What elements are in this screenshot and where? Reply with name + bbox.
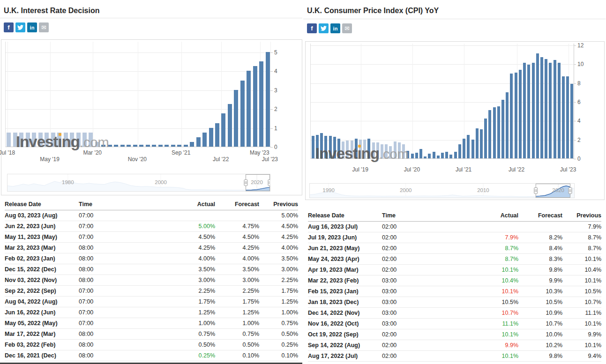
previous-cell: 7.9%: [562, 223, 601, 230]
forecast-cell: 0.50%: [215, 342, 259, 348]
x-axis-label: Jul '18: [0, 149, 15, 156]
previous-cell: 10.1%: [562, 256, 601, 262]
time-cell: 07:00: [79, 320, 170, 327]
release-date-cell: Feb 15, 2023 (Jan): [308, 288, 382, 295]
release-date-cell: Mar 23, 2023 (Mar): [5, 245, 79, 251]
bar: [476, 128, 479, 159]
bar: [240, 81, 245, 147]
column-header: Release Date: [308, 212, 382, 219]
nav-year-label: 2000: [400, 187, 412, 193]
email-icon: ✉: [41, 24, 46, 31]
bar: [488, 110, 491, 158]
linkedin-icon: in: [333, 26, 338, 31]
release-date-cell: Jan 18, 2023 (Dec): [308, 299, 382, 305]
previous-cell: 1.00%: [259, 309, 298, 316]
previous-cell: 9.9%: [562, 331, 601, 338]
actual-cell: 10.1%: [473, 267, 518, 273]
table-row: Aug 16, 2023 (Jul)02:007.9%: [308, 222, 601, 232]
nav-handle-right[interactable]: [268, 180, 270, 186]
nav-year-label: 2020: [552, 187, 564, 193]
release-date-cell: Feb 02, 2023 (Jan): [5, 255, 79, 262]
investing-watermark: Investıng.com: [315, 146, 409, 161]
previous-cell: 9.4%: [562, 353, 601, 359]
facebook-share-button[interactable]: f: [307, 23, 317, 33]
table-row: Jul 20, 2022 (Jun)02:009.4%9.3%9.1%: [308, 362, 601, 364]
y-tick-mark: [574, 121, 576, 121]
linkedin-share-button[interactable]: in: [27, 22, 37, 32]
linkedin-share-button[interactable]: in: [330, 23, 340, 33]
forecast-cell: 9.8%: [518, 267, 562, 273]
x-axis-label: May '23: [250, 149, 269, 156]
previous-cell: 8.7%: [562, 245, 601, 252]
time-cell: 07:00: [79, 212, 170, 219]
column-header: Actual: [473, 212, 518, 219]
forecast-cell: 10.7%: [518, 320, 562, 327]
actual-cell: 0.50%: [170, 342, 215, 348]
table-row: Dec 15, 2022 (Dec)08:003.50%3.50%3.00%: [5, 264, 298, 275]
watermark-i-dot: ı: [357, 145, 361, 162]
facebook-share-button[interactable]: f: [4, 22, 14, 32]
table-row: Feb 02, 2023 (Jan)08:004.00%4.00%3.50%: [5, 253, 298, 264]
twitter-share-button[interactable]: [15, 22, 25, 32]
bar: [463, 139, 465, 158]
previous-cell: 10.4%: [562, 267, 601, 273]
bar: [411, 154, 414, 158]
time-cell: 08:00: [79, 331, 170, 337]
share-buttons: f in ✉: [307, 23, 352, 33]
time-cell: 02:00: [382, 267, 473, 273]
bar: [152, 145, 156, 147]
nav-handle-left[interactable]: [244, 180, 247, 186]
actual-cell: 8.7%: [473, 245, 518, 252]
forecast-cell: 10.9%: [518, 310, 562, 316]
y-axis-label: 6: [577, 99, 581, 105]
bar: [234, 90, 238, 147]
y-axis-label: 4: [274, 68, 277, 74]
range-navigator[interactable]: 1990200020102020: [309, 183, 575, 198]
bar: [523, 63, 526, 158]
time-cell: 07:00: [79, 288, 170, 294]
x-axis-label: Jul '22: [509, 166, 524, 173]
y-axis-label: 12: [577, 43, 584, 48]
table-row: Sep 22, 2022 (Sep)07:002.25%2.25%1.75%: [5, 286, 298, 297]
table-row: Aug 04, 2022 (Aug)07:001.75%1.75%1.25%: [5, 297, 298, 307]
bar: [419, 149, 422, 158]
y-axis-label: 2: [577, 137, 581, 143]
facebook-icon: f: [311, 25, 313, 32]
x-gridline: [270, 42, 271, 147]
x-gridline: [181, 42, 182, 147]
panel-interest-rate: U.K. Interest Rate Decision f in ✉ Inves…: [0, 0, 303, 364]
time-cell: 07:00: [79, 298, 170, 305]
table-row: Jun 21, 2023 (May)02:008.7%8.4%8.7%: [308, 243, 601, 254]
range-navigator[interactable]: 198020002020: [7, 174, 270, 192]
time-cell: 02:00: [382, 342, 473, 349]
email-share-button[interactable]: ✉: [342, 23, 352, 33]
bar: [558, 63, 561, 158]
forecast-cell: 4.75%: [215, 223, 259, 230]
release-date-cell: Feb 03, 2022 (Feb): [5, 342, 79, 348]
column-header: Time: [79, 201, 170, 208]
table-header-row: Release DateTimeActualForecastPrevious: [308, 210, 601, 222]
y-axis-label: 5: [274, 50, 277, 55]
x-axis-label: May '19: [40, 156, 60, 163]
time-cell: 08:00: [79, 266, 170, 273]
actual-cell: 10.4%: [473, 277, 518, 284]
nav-handle-right[interactable]: [569, 188, 572, 194]
table-row: Mar 22, 2023 (Feb)03:0010.4%9.9%10.1%: [308, 275, 601, 286]
table-row: Jun 16, 2022 (Jun)07:001.25%1.25%1.00%: [5, 307, 298, 318]
bar: [493, 107, 496, 158]
y-tick-mark: [574, 45, 576, 46]
release-date-cell: Dec 16, 2021 (Dec): [5, 352, 79, 359]
twitter-share-button[interactable]: [319, 23, 329, 33]
actual-cell: 8.7%: [473, 256, 518, 262]
x-axis-label: Mar '20: [83, 149, 102, 156]
bar: [428, 154, 431, 158]
forecast-cell: 1.25%: [215, 309, 259, 316]
y-axis-label: 3: [274, 88, 277, 93]
nav-year-label: 2010: [477, 187, 489, 193]
email-share-button[interactable]: ✉: [39, 22, 49, 32]
forecast-cell: 3.50%: [215, 266, 259, 273]
actual-cell: 5.00%: [170, 223, 215, 230]
bar: [184, 145, 188, 147]
release-date-cell: Sep 14, 2022 (Aug): [308, 342, 382, 349]
nav-handle-left[interactable]: [534, 188, 538, 194]
